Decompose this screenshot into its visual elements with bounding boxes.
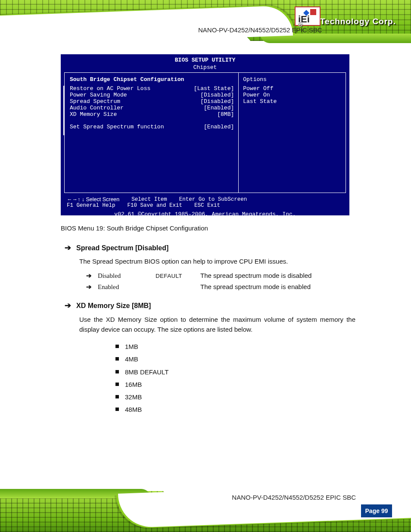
bios-frame: South Bridge Chipset Configuration Resto…	[64, 72, 346, 193]
bios-help-option: Power Off	[243, 85, 341, 92]
bios-row: XD Memory Size[8MB]	[70, 111, 234, 118]
bottom-banner: NANO-PV-D4252/N4552/D5252 EPIC SBC Page …	[0, 482, 411, 532]
bios-legend: ←→↑ ↓ Select Screen Select Item Enter Go…	[61, 193, 349, 222]
brand-name: Technology Corp.	[320, 17, 396, 25]
size-options-list: 1MB 4MB 8MB DEFAULT 16MB 32MB 48MB	[115, 340, 355, 416]
option-value-row: ➔ Enabled The spread spectrum mode is en…	[86, 283, 355, 290]
arrow-right-icon: ➔	[65, 302, 71, 309]
option-value-row: ➔ Disabled DEFAULT The spread spectrum m…	[86, 272, 355, 279]
arrow-right-icon: ➔	[65, 244, 71, 252]
bios-row: Power Saving Mode[Disabled]	[70, 92, 234, 98]
figure-caption: BIOS Menu 19: South Bridge Chipset Confi…	[61, 224, 349, 233]
option-block-spread-spectrum: ➔ Spread Spectrum [Disabled] The Spread …	[65, 244, 355, 290]
body-section: ➔ Spread Spectrum [Disabled] The Spread …	[65, 240, 355, 416]
bios-screenshot: BIOS SETUP UTILITY Chipset South Bridge …	[61, 54, 349, 215]
page-number: Page 99	[361, 504, 392, 517]
option-description: The Spread Spectrum BIOS option can help…	[79, 256, 355, 266]
option-values-list: ➔ Disabled DEFAULT The spread spectrum m…	[86, 272, 355, 290]
list-item: 16MB	[115, 378, 355, 391]
list-item: 48MB	[115, 403, 355, 416]
arrow-right-icon: ➔	[86, 272, 92, 279]
bios-help-pane: Options Power Off Power On Last State	[239, 73, 346, 193]
list-item: 8MB DEFAULT	[115, 366, 355, 378]
bios-tab: Chipset	[61, 64, 349, 72]
bios-section-heading: South Bridge Chipset Configuration	[70, 76, 234, 83]
bios-help-option: Power On	[243, 92, 341, 98]
option-title: Spread Spectrum [Disabled]	[76, 244, 168, 252]
bios-footer: v02.61 ©Copyright 1985-2006, American Me…	[67, 211, 343, 218]
left-accent-bar	[63, 86, 65, 135]
bios-row: Spread Spectrum[Disabled]	[70, 98, 234, 105]
list-item: 32MB	[115, 391, 355, 403]
bios-left-pane: South Bridge Chipset Configuration Resto…	[65, 73, 239, 193]
bios-help-option: Last State	[243, 98, 341, 105]
option-description: Use the XD Memory Size option to determi…	[79, 314, 355, 335]
bios-row: Set Spread Spectrum function[Enabled]	[70, 124, 234, 130]
bios-title: BIOS SETUP UTILITY	[61, 54, 349, 64]
bios-row: Restore on AC Power Loss[Last State]	[70, 85, 234, 92]
option-title: XD Memory Size [8MB]	[76, 302, 151, 310]
arrow-right-icon: ➔	[86, 283, 92, 290]
option-block-xd-memory: ➔ XD Memory Size [8MB] Use the XD Memory…	[65, 302, 355, 416]
arrow-keys-icon: ←→↑ ↓ Select Screen	[67, 196, 119, 202]
bios-help-title: Options	[243, 76, 341, 83]
top-banner: ® Technology Corp. NANO-PV-D4252/N4552/D…	[0, 0, 411, 45]
list-item: 4MB	[115, 353, 355, 365]
product-name-top: NANO-PV-D4252/N4552/D5252 EPIC SBC	[198, 27, 322, 33]
bios-row: Audio Controller[Enabled]	[70, 105, 234, 111]
product-name-bottom: NANO-PV-D4252/N4552/D5252 EPIC SBC	[232, 494, 356, 501]
list-item: 1MB	[115, 340, 355, 353]
